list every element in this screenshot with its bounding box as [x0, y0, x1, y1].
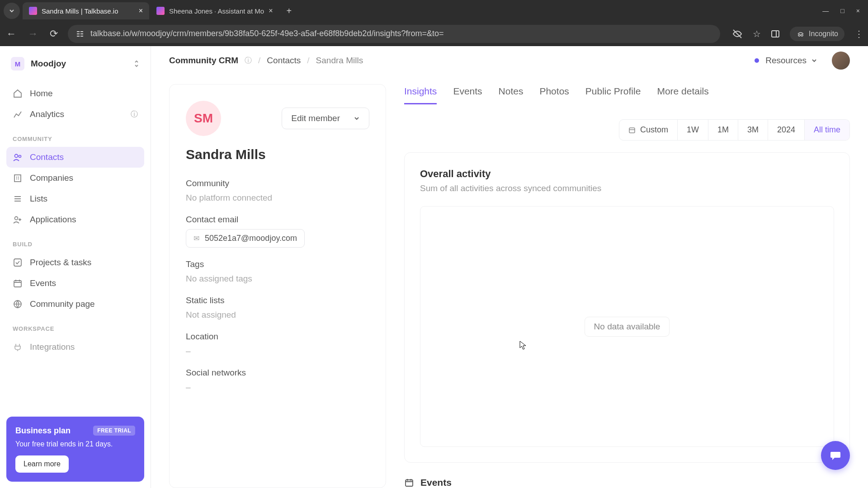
sidebar-item-analytics[interactable]: Analytics ⓘ: [6, 104, 144, 125]
breadcrumb-item[interactable]: Community CRM: [169, 56, 238, 66]
user-plus-icon: [13, 215, 23, 225]
field-value-lists: Not assigned: [186, 310, 369, 320]
bookmark-icon[interactable]: ☆: [753, 28, 761, 39]
sidebar-item-label: Contacts: [30, 152, 64, 162]
minimize-icon[interactable]: —: [822, 7, 829, 14]
field-label-location: Location: [186, 332, 369, 342]
visibility-off-icon[interactable]: [732, 28, 743, 39]
breadcrumb-separator: /: [307, 56, 309, 66]
range-3m-button[interactable]: 3M: [738, 120, 768, 140]
sidebar-item-label: Lists: [30, 194, 47, 204]
calendar-icon: [628, 127, 636, 134]
svg-rect-20: [406, 480, 413, 486]
workspace-selector[interactable]: M Moodjoy: [6, 49, 144, 79]
list-icon: [13, 194, 23, 204]
workspace-badge: M: [11, 57, 24, 70]
tab-insights[interactable]: Insights: [404, 84, 437, 104]
close-icon[interactable]: ×: [139, 7, 143, 15]
range-custom-button[interactable]: Custom: [619, 120, 678, 140]
side-panel-icon[interactable]: [771, 29, 780, 38]
back-icon[interactable]: ←: [5, 28, 18, 40]
sidebar-item-label: Community page: [30, 299, 95, 309]
sidebar: M Moodjoy Home Analytics ⓘ COMMUNITY Con…: [0, 46, 151, 488]
range-1w-button[interactable]: 1W: [678, 120, 708, 140]
sidebar-section-community: COMMUNITY: [6, 125, 144, 147]
edit-member-button[interactable]: Edit member: [282, 108, 369, 129]
field-value-community: No platform connected: [186, 193, 369, 203]
member-name: Sandra Mills: [186, 147, 369, 162]
tab-photos[interactable]: Photos: [539, 84, 569, 104]
member-avatar: SM: [186, 101, 221, 136]
forward-icon: →: [26, 28, 40, 40]
svg-point-15: [15, 217, 18, 220]
tab-more-details[interactable]: More details: [657, 84, 708, 104]
sidebar-item-home[interactable]: Home: [6, 83, 144, 104]
breadcrumb-item[interactable]: Contacts: [267, 56, 301, 66]
reload-icon[interactable]: ⟳: [48, 28, 60, 40]
tab-search-icon[interactable]: [4, 3, 20, 19]
users-icon: [13, 152, 23, 162]
member-card: SM Edit member Sandra Mills Community No…: [169, 84, 386, 488]
close-icon[interactable]: ×: [269, 7, 273, 15]
sidebar-item-lists[interactable]: Lists: [6, 188, 144, 209]
svg-rect-6: [772, 31, 779, 37]
sidebar-item-label: Applications: [30, 215, 76, 225]
tab-notes[interactable]: Notes: [499, 84, 524, 104]
email-chip[interactable]: ✉ 5052e1a7@moodjoy.com: [186, 229, 305, 248]
close-window-icon[interactable]: ×: [856, 7, 860, 14]
menu-icon[interactable]: ⋮: [854, 28, 863, 39]
field-value-location: –: [186, 346, 369, 356]
browser-tab-strip: Sandra Mills | Talkbase.io × Sheena Jone…: [0, 0, 868, 22]
field-value-social: –: [186, 382, 369, 392]
tab-public-profile[interactable]: Public Profile: [585, 84, 641, 104]
topbar: Community CRM ⓘ / Contacts / Sandra Mill…: [151, 46, 868, 75]
mail-icon: ✉: [193, 234, 199, 243]
chat-fab[interactable]: [821, 441, 850, 470]
url-text[interactable]: talkbase.io/w/moodjoy/crm/members/9b38fa…: [90, 29, 712, 38]
maximize-icon[interactable]: □: [840, 7, 844, 14]
site-settings-icon[interactable]: [76, 30, 84, 38]
email-value: 5052e1a7@moodjoy.com: [205, 234, 297, 243]
sidebar-item-projects[interactable]: Projects & tasks: [6, 252, 144, 273]
incognito-badge[interactable]: Incognito: [790, 27, 844, 41]
browser-tab-1[interactable]: Sandra Mills | Talkbase.io ×: [23, 2, 149, 19]
sidebar-item-contacts[interactable]: Contacts: [6, 147, 144, 168]
tab-title: Sandra Mills | Talkbase.io: [42, 7, 134, 15]
info-icon[interactable]: ⓘ: [245, 56, 252, 66]
new-tab-button[interactable]: +: [280, 6, 298, 16]
date-range-group: Custom 1W 1M 3M 2024 All time: [619, 119, 850, 141]
favicon-icon: [156, 7, 165, 15]
field-label-social: Social networks: [186, 368, 369, 378]
user-avatar[interactable]: [832, 52, 850, 70]
activity-subtitle: Sum of all activities across synced comm…: [420, 183, 834, 193]
calendar-icon: [13, 278, 23, 288]
field-value-tags: No assigned tags: [186, 274, 369, 284]
tab-events[interactable]: Events: [453, 84, 482, 104]
chevron-up-down-icon: [133, 59, 140, 68]
chevron-down-icon: [811, 57, 817, 64]
sidebar-item-label: Integrations: [30, 342, 75, 352]
url-bar[interactable]: talkbase.io/w/moodjoy/crm/members/9b38fa…: [68, 25, 720, 43]
sidebar-item-companies[interactable]: Companies: [6, 168, 144, 188]
calendar-icon: [404, 478, 414, 488]
svg-rect-1: [80, 31, 83, 32]
svg-rect-11: [16, 177, 17, 178]
learn-more-button[interactable]: Learn more: [15, 455, 69, 473]
events-section-header: Events: [404, 477, 850, 488]
sidebar-item-applications[interactable]: Applications: [6, 209, 144, 230]
breadcrumb-item: Sandra Mills: [316, 56, 363, 66]
workspace-name: Moodjoy: [31, 59, 127, 69]
browser-tab-2[interactable]: Sheena Jones · Assistant at Mo ×: [150, 2, 279, 19]
sidebar-item-label: Home: [30, 89, 53, 99]
range-all-time-button[interactable]: All time: [805, 120, 849, 140]
sidebar-section-build: BUILD: [6, 230, 144, 252]
range-1m-button[interactable]: 1M: [708, 120, 738, 140]
resources-dropdown[interactable]: Resources: [765, 56, 817, 66]
range-2024-button[interactable]: 2024: [768, 120, 805, 140]
tabs: Insights Events Notes Photos Public Prof…: [404, 84, 850, 105]
sidebar-item-community-page[interactable]: Community page: [6, 294, 144, 314]
sidebar-item-integrations[interactable]: Integrations: [6, 337, 144, 357]
svg-rect-3: [80, 33, 83, 34]
svg-rect-5: [80, 36, 83, 37]
sidebar-item-events[interactable]: Events: [6, 273, 144, 294]
